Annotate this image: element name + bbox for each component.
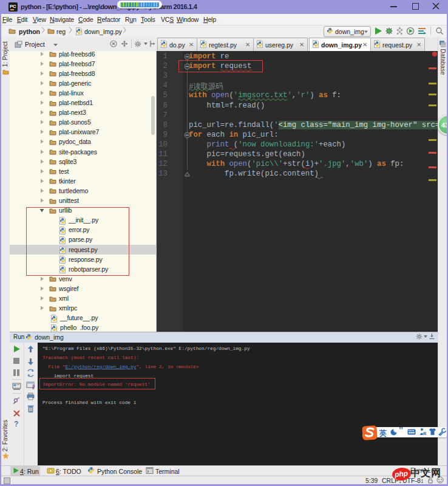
svg-text:19: 19 bbox=[424, 432, 427, 435]
